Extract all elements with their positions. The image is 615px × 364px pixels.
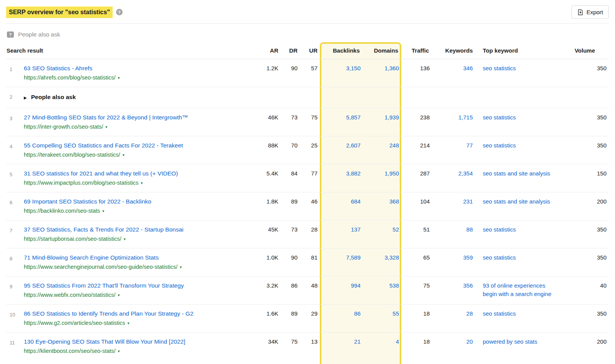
keywords-link[interactable]: 1,715 [458,114,473,121]
top-keyword-link[interactable]: seo statistics [483,254,516,261]
dr-value: 86 [281,276,300,304]
result-title-link[interactable]: 130 Eye-Opening SEO Stats That Will Blow… [24,338,185,345]
result-url-link[interactable]: https://www.searchenginejournal.com/seo-… [24,264,178,270]
domains-link[interactable]: 248 [389,142,399,149]
backlinks-cell: 137 [320,220,363,248]
domains-link[interactable]: 3,328 [384,254,399,261]
domains-link[interactable]: 1,360 [384,65,399,71]
result-title-link[interactable]: 86 SEO Statistics to Identify Trends and… [24,310,193,317]
backlinks-link[interactable]: 684 [351,198,361,205]
top-keyword-link[interactable]: seo statistics [483,142,516,149]
url-dropdown-caret-icon[interactable]: ▾ [141,181,143,185]
top-keyword-link[interactable]: powered by seo stats [483,338,537,345]
result-url-link[interactable]: https://backlinko.com/seo-stats [24,208,100,214]
backlinks-link[interactable]: 86 [354,310,361,317]
url-dropdown-caret-icon[interactable]: ▾ [118,293,120,297]
backlinks-link[interactable]: 7,589 [346,254,361,261]
url-dropdown-caret-icon[interactable]: ▾ [102,209,104,213]
backlinks-link[interactable]: 5,857 [346,114,361,121]
col-header-top-keyword[interactable]: Top keyword [475,43,563,59]
keywords-link[interactable]: 359 [463,254,473,261]
top-keyword-link[interactable]: seo statistics [483,310,516,317]
result-url-link[interactable]: https://ahrefs.com/blog/seo-statistics/ [24,74,116,81]
result-title-link[interactable]: 71 Mind-Blowing Search Engine Optimizati… [24,254,159,261]
ur-value: 48 [300,276,320,304]
top-keyword-cell: powered by seo stats [475,333,563,361]
result-url-link[interactable]: https://www.g2.com/articles/seo-statisti… [24,320,125,326]
result-url-link[interactable]: https://klientboost.com/seo/seo-stats/ [24,348,116,354]
col-header-volume[interactable]: Volume [563,43,609,59]
backlinks-link[interactable]: 21 [354,338,361,345]
top-keyword-link[interactable]: seo stats and site analysis [483,170,550,177]
col-header-domains[interactable]: Domains [363,43,401,59]
keywords-link[interactable]: 231 [463,198,473,205]
result-row: 4 55 Compelling SEO Statistics and Facts… [6,136,609,164]
top-keyword-link[interactable]: seo stats and site analysis [483,198,550,205]
domains-link[interactable]: 1,950 [384,170,399,177]
export-button[interactable]: Export [572,5,609,19]
backlinks-link[interactable]: 137 [351,226,361,233]
keywords-link[interactable]: 20 [466,338,473,345]
col-header-backlinks[interactable]: Backlinks [320,43,363,59]
top-keyword-link[interactable]: seo statistics [483,226,516,233]
keywords-link[interactable]: 88 [466,226,473,233]
backlinks-link[interactable]: 2,607 [346,142,361,149]
url-dropdown-caret-icon[interactable]: ▾ [128,321,130,325]
url-dropdown-caret-icon[interactable]: ▾ [180,265,182,269]
result-cell: 63 SEO Statistics - Ahrefs https://ahref… [24,59,251,87]
url-dropdown-caret-icon[interactable]: ▾ [105,125,107,129]
col-header-ar[interactable]: AR [251,43,281,59]
col-header-traffic[interactable]: Traffic [401,43,432,59]
top-keyword-link[interactable]: seo statistics [483,114,516,121]
keywords-link[interactable]: 346 [463,65,473,71]
keywords-link[interactable]: 28 [466,310,473,317]
keywords-link[interactable]: 77 [466,142,473,149]
result-cell: 95 SEO Statistics From 2022 That'll Tran… [24,276,251,304]
col-header-ur[interactable]: UR [300,43,320,59]
domains-link[interactable]: 1,939 [384,114,399,121]
people-also-ask-toggle[interactable]: ▶ People also ask [24,93,76,102]
top-keyword-cell: seo statistics [475,108,563,136]
domains-link[interactable]: 55 [392,310,399,317]
top-keyword-cell: seo statistics [475,220,563,248]
url-dropdown-caret-icon[interactable]: ▾ [124,237,126,241]
domains-link[interactable]: 52 [392,226,399,233]
backlinks-link[interactable]: 994 [351,282,361,289]
result-title-link[interactable]: 55 Compelling SEO Statistics and Facts F… [24,142,183,149]
volume-value: 40 [563,276,609,304]
result-title-link[interactable]: 27 Mind-Bottling SEO Stats for 2022 & Be… [24,114,188,121]
result-title-link[interactable]: 69 Important SEO Statistics for 2022 - B… [24,198,151,205]
volume-value: 200 [563,333,609,361]
domains-link[interactable]: 368 [389,198,399,205]
result-url-link[interactable]: https://startupbonsai.com/seo-statistics… [24,236,121,242]
result-url-link[interactable]: https://www.webfx.com/seo/statistics/ [24,292,116,298]
col-header-dr[interactable]: DR [281,43,300,59]
result-url-link[interactable]: https://inter-growth.co/seo-stats/ [24,124,103,130]
keywords-link[interactable]: 356 [463,282,473,289]
keywords-link[interactable]: 2,354 [458,170,473,177]
result-url-line: https://www.webfx.com/seo/statistics/▾ [24,291,251,299]
result-url-link[interactable]: https://www.impactplus.com/blog/seo-stat… [24,180,138,186]
result-position: 3 [6,108,24,136]
result-title-link[interactable]: 95 SEO Statistics From 2022 That'll Tran… [24,282,184,289]
result-title-link[interactable]: 31 SEO statistics for 2021 and what they… [24,170,178,177]
result-title-link[interactable]: 63 SEO Statistics - Ahrefs [24,65,92,71]
url-dropdown-caret-icon[interactable]: ▾ [118,349,120,353]
domains-link[interactable]: 4 [396,338,399,345]
result-position: 10 [6,304,24,333]
top-keyword-link[interactable]: seo statistics [483,65,516,71]
url-dropdown-caret-icon[interactable]: ▾ [118,76,120,80]
backlinks-link[interactable]: 3,882 [346,170,361,177]
col-header-search-result[interactable]: Search result [6,43,251,59]
col-header-keywords[interactable]: Keywords [432,43,475,59]
backlinks-link[interactable]: 3,150 [346,65,361,71]
url-dropdown-caret-icon[interactable]: ▾ [123,153,125,157]
result-url-link[interactable]: https://terakeet.com/blog/seo-statistics… [24,152,120,158]
domains-link[interactable]: 538 [389,282,399,289]
keywords-cell: 231 [432,192,475,220]
volume-value: 200 [563,192,609,220]
result-title-link[interactable]: 37 SEO Statistics, Facts & Trends For 20… [24,226,183,233]
top-keyword-link[interactable]: 93 of online experiences begin with a se… [483,282,551,297]
dr-value: 89 [281,192,300,220]
help-icon[interactable]: ? [116,9,123,15]
